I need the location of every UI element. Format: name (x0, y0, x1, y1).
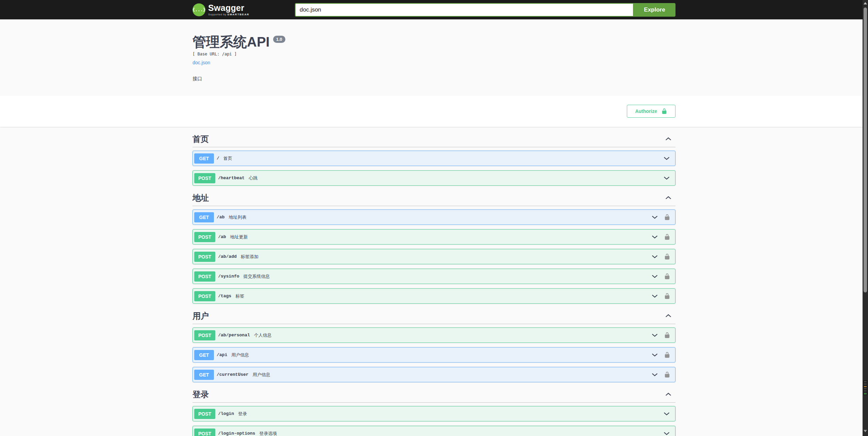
operation-path: /login (218, 411, 234, 416)
chevron-down-icon[interactable] (651, 351, 658, 359)
section-header[interactable]: 登录 (193, 390, 675, 403)
api-tag-section: 地址 GET /ab 地址列表 POST /ab 地址更新 (193, 193, 675, 304)
operation-summary: 用户信息 (231, 352, 249, 358)
section-title: 首页 (193, 134, 209, 144)
operation-summary: 个人信息 (254, 332, 272, 338)
unlock-icon[interactable] (664, 234, 670, 240)
operation-row[interactable]: POST /ab/personal 个人信息 (193, 328, 675, 343)
chevron-down-icon[interactable] (651, 292, 658, 300)
operation-summary: 地址更新 (230, 234, 248, 240)
operation-path: /tags (218, 294, 231, 299)
method-badge: POST (194, 271, 215, 282)
operation-path: /ab/add (218, 254, 237, 259)
info-section: 管理系统API 1.0 [ Base URL: /api ] doc.json … (0, 19, 868, 96)
scrollbar[interactable] (863, 0, 868, 436)
scroll-minimap (863, 380, 867, 395)
operation-summary: 提交系统信息 (244, 273, 270, 280)
chevron-down-icon[interactable] (651, 273, 658, 280)
section-collapse-button[interactable] (661, 312, 675, 320)
operation-path: /ab (218, 234, 226, 239)
operation-path: /heartbeat (218, 175, 245, 181)
swagger-logo[interactable]: {...} Swagger Supported by SMARTBEAR (193, 3, 249, 16)
section-header[interactable]: 地址 (193, 193, 675, 206)
operation-row[interactable]: POST /login-options 登录选项 (193, 426, 675, 436)
section-collapse-button[interactable] (661, 391, 675, 398)
chevron-down-icon[interactable] (663, 430, 670, 436)
version-badge: 1.0 (273, 36, 285, 43)
method-badge: POST (194, 291, 215, 301)
operation-path: /api (217, 352, 227, 357)
operation-row[interactable]: GET / 首页 (193, 151, 675, 166)
logo-tagline: Supported by SMARTBEAR (208, 13, 249, 16)
chevron-up-icon (665, 135, 672, 143)
scheme-container: Authorize (0, 96, 868, 127)
topbar: {...} Swagger Supported by SMARTBEAR Exp… (0, 0, 868, 19)
chevron-down-icon[interactable] (663, 155, 670, 162)
operation-row[interactable]: GET /ab 地址列表 (193, 209, 675, 225)
operation-path: /currentUser (217, 372, 249, 377)
chevron-down-icon[interactable] (663, 410, 670, 418)
operation-row[interactable]: POST /tags 标签 (193, 288, 675, 304)
chevron-down-icon[interactable] (651, 214, 658, 221)
section-collapse-button[interactable] (661, 135, 675, 143)
unlock-icon[interactable] (664, 293, 670, 299)
logo-tagline-brand: SMARTBEAR (227, 13, 249, 16)
scroll-down-arrow-icon[interactable] (864, 430, 867, 432)
method-badge: GET (194, 212, 214, 222)
operation-row[interactable]: POST /heartbeat 心跳 (193, 170, 675, 186)
spec-url-form: Explore (295, 3, 675, 17)
spec-doc-link[interactable]: doc.json (193, 60, 210, 65)
operation-row[interactable]: GET /api 用户信息 (193, 347, 675, 363)
chevron-down-icon[interactable] (651, 371, 658, 379)
authorize-button[interactable]: Authorize (627, 105, 675, 118)
scroll-up-arrow-icon[interactable] (864, 2, 867, 4)
chevron-down-icon[interactable] (651, 332, 658, 339)
operation-row[interactable]: POST /ab/add 标签添加 (193, 249, 675, 264)
api-title: 管理系统API (193, 35, 270, 49)
operations-list: 首页 GET / 首页 POST /heartbeat 心跳 (186, 134, 682, 436)
unlock-icon[interactable] (664, 332, 670, 338)
logo-title: Swagger (208, 4, 249, 12)
chevron-down-icon[interactable] (651, 253, 658, 261)
unlock-icon[interactable] (664, 214, 670, 220)
operation-row[interactable]: GET /currentUser 用户信息 (193, 367, 675, 382)
chevron-up-icon (665, 194, 672, 202)
api-description: 接口 (193, 76, 675, 82)
method-badge: GET (194, 370, 214, 380)
operation-summary: 登录选项 (259, 431, 277, 436)
method-badge: POST (194, 173, 215, 183)
unlock-icon[interactable] (664, 352, 670, 358)
operation-path: / (217, 156, 219, 161)
unlock-icon[interactable] (664, 371, 670, 378)
operation-row[interactable]: POST /login 登录 (193, 406, 675, 421)
unlock-icon[interactable] (664, 253, 670, 260)
operation-row[interactable]: POST /ab 地址更新 (193, 229, 675, 245)
operation-summary: 标签添加 (241, 254, 258, 260)
section-header[interactable]: 首页 (193, 134, 675, 147)
method-badge: GET (194, 153, 214, 164)
spec-url-input[interactable] (295, 3, 634, 17)
chevron-down-icon[interactable] (663, 174, 670, 182)
api-tag-section: 用户 POST /ab/personal 个人信息 GET /api 用户信息 (193, 311, 675, 382)
api-tag-section: 首页 GET / 首页 POST /heartbeat 心跳 (193, 134, 675, 186)
method-badge: POST (194, 429, 215, 436)
method-badge: POST (194, 330, 215, 340)
section-collapse-button[interactable] (661, 194, 675, 202)
method-badge: GET (194, 350, 214, 360)
authorize-label: Authorize (635, 108, 657, 114)
chevron-up-icon (665, 391, 672, 398)
method-badge: POST (194, 252, 215, 262)
unlock-icon[interactable] (664, 273, 670, 280)
operation-row[interactable]: POST /sysinfo 提交系统信息 (193, 269, 675, 284)
chevron-up-icon (665, 312, 672, 320)
operation-summary: 标签 (235, 293, 244, 299)
chevron-down-icon[interactable] (651, 233, 658, 241)
explore-button[interactable]: Explore (634, 3, 675, 17)
operation-summary: 用户信息 (253, 372, 270, 378)
swagger-logo-icon: {...} (193, 3, 205, 16)
api-tag-section: 登录 POST /login 登录 POST /login-options 登录… (193, 390, 675, 436)
section-header[interactable]: 用户 (193, 311, 675, 324)
scrollbar-thumb[interactable] (864, 7, 867, 292)
operation-summary: 心跳 (249, 175, 257, 181)
section-title: 地址 (193, 193, 209, 203)
